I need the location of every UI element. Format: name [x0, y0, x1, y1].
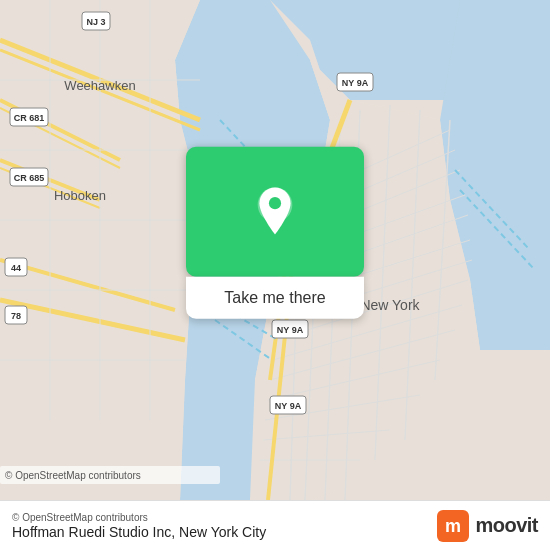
svg-text:44: 44	[11, 263, 21, 273]
moovit-brand-icon: m	[437, 510, 469, 542]
svg-text:NY 9A: NY 9A	[275, 401, 302, 411]
svg-text:New York: New York	[360, 297, 420, 313]
popup-overlay: Take me there	[186, 147, 364, 319]
svg-text:78: 78	[11, 311, 21, 321]
map-container: NJ 3 CR 681 CR 685 NY 9A NY 9A NY 9A NY …	[0, 0, 550, 500]
svg-text:NY 9A: NY 9A	[277, 325, 304, 335]
moovit-logo: m moovit	[437, 510, 538, 542]
svg-text:CR 685: CR 685	[14, 173, 45, 183]
svg-text:NY 9A: NY 9A	[342, 78, 369, 88]
svg-point-77	[269, 197, 281, 209]
svg-text:CR 681: CR 681	[14, 113, 45, 123]
osm-credit: © OpenStreetMap contributors	[12, 512, 266, 523]
take-me-there-button[interactable]: Take me there	[186, 277, 364, 319]
bottom-left: © OpenStreetMap contributors Hoffman Rue…	[12, 512, 266, 540]
green-box	[186, 147, 364, 277]
pin-icon	[249, 186, 301, 238]
moovit-text: moovit	[475, 514, 538, 537]
svg-text:Hoboken: Hoboken	[54, 188, 106, 203]
location-name: Hoffman Ruedi Studio Inc, New York City	[12, 524, 266, 540]
svg-text:NJ 3: NJ 3	[86, 17, 105, 27]
svg-text:Weehawken: Weehawken	[64, 78, 135, 93]
svg-text:© OpenStreetMap contributors: © OpenStreetMap contributors	[5, 470, 141, 481]
bottom-bar: © OpenStreetMap contributors Hoffman Rue…	[0, 500, 550, 550]
svg-text:m: m	[445, 516, 461, 536]
